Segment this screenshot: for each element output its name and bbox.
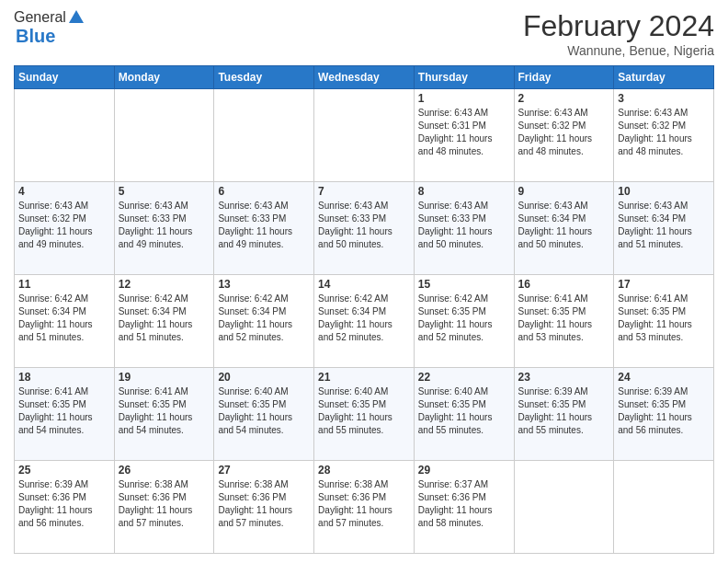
day-info: Sunrise: 6:41 AM Sunset: 6:35 PM Dayligh… (18, 385, 110, 437)
calendar-cell (614, 461, 714, 554)
day-number: 17 (618, 278, 710, 291)
day-number: 21 (318, 371, 410, 384)
calendar-cell: 16Sunrise: 6:41 AM Sunset: 6:35 PM Dayli… (514, 275, 614, 368)
day-info: Sunrise: 6:43 AM Sunset: 6:33 PM Dayligh… (119, 200, 210, 251)
day-number: 18 (18, 371, 110, 384)
subtitle: Wannune, Benue, Nigeria (523, 43, 714, 58)
day-info: Sunrise: 6:41 AM Sunset: 6:35 PM Dayligh… (119, 385, 210, 437)
calendar-cell: 17Sunrise: 6:41 AM Sunset: 6:35 PM Dayli… (614, 275, 714, 368)
calendar-body: 1Sunrise: 6:43 AM Sunset: 6:31 PM Daylig… (15, 89, 714, 554)
day-number: 20 (218, 371, 310, 384)
day-info: Sunrise: 6:43 AM Sunset: 6:34 PM Dayligh… (518, 200, 610, 251)
day-number: 25 (18, 464, 110, 477)
calendar-cell (314, 89, 415, 182)
calendar-cell: 26Sunrise: 6:38 AM Sunset: 6:36 PM Dayli… (114, 461, 214, 554)
calendar-cell: 2Sunrise: 6:43 AM Sunset: 6:32 PM Daylig… (514, 89, 614, 182)
day-number: 29 (418, 464, 510, 477)
day-info: Sunrise: 6:42 AM Sunset: 6:34 PM Dayligh… (318, 293, 410, 344)
day-info: Sunrise: 6:40 AM Sunset: 6:35 PM Dayligh… (218, 385, 310, 437)
day-number: 16 (518, 278, 610, 291)
calendar-header-cell: Thursday (414, 66, 514, 89)
day-info: Sunrise: 6:43 AM Sunset: 6:32 PM Dayligh… (618, 107, 710, 158)
calendar-cell: 7Sunrise: 6:43 AM Sunset: 6:33 PM Daylig… (314, 182, 415, 275)
day-info: Sunrise: 6:39 AM Sunset: 6:35 PM Dayligh… (618, 385, 710, 437)
calendar-cell: 11Sunrise: 6:42 AM Sunset: 6:34 PM Dayli… (15, 275, 115, 368)
calendar-cell: 21Sunrise: 6:40 AM Sunset: 6:35 PM Dayli… (314, 368, 415, 461)
title-section: February 2024 Wannune, Benue, Nigeria (523, 9, 714, 58)
calendar-cell (514, 461, 614, 554)
calendar-week-row: 25Sunrise: 6:39 AM Sunset: 6:36 PM Dayli… (15, 461, 714, 554)
day-number: 10 (618, 185, 710, 198)
day-info: Sunrise: 6:43 AM Sunset: 6:33 PM Dayligh… (418, 200, 510, 251)
logo: General Blue (14, 9, 85, 47)
calendar-week-row: 11Sunrise: 6:42 AM Sunset: 6:34 PM Dayli… (15, 275, 714, 368)
page: General Blue February 2024 Wannune, Benu… (0, 0, 728, 563)
day-info: Sunrise: 6:38 AM Sunset: 6:36 PM Dayligh… (119, 478, 210, 530)
header: General Blue February 2024 Wannune, Benu… (14, 9, 714, 58)
day-info: Sunrise: 6:38 AM Sunset: 6:36 PM Dayligh… (218, 478, 310, 530)
day-info: Sunrise: 6:38 AM Sunset: 6:36 PM Dayligh… (318, 478, 410, 530)
calendar-cell: 27Sunrise: 6:38 AM Sunset: 6:36 PM Dayli… (214, 461, 314, 554)
day-number: 23 (518, 371, 610, 384)
calendar-header-row: SundayMondayTuesdayWednesdayThursdayFrid… (15, 66, 714, 89)
calendar-header-cell: Wednesday (314, 66, 415, 89)
calendar-cell (114, 89, 214, 182)
day-info: Sunrise: 6:37 AM Sunset: 6:36 PM Dayligh… (418, 478, 510, 530)
calendar-cell: 6Sunrise: 6:43 AM Sunset: 6:33 PM Daylig… (214, 182, 314, 275)
day-info: Sunrise: 6:40 AM Sunset: 6:35 PM Dayligh… (418, 385, 510, 437)
calendar-cell: 19Sunrise: 6:41 AM Sunset: 6:35 PM Dayli… (114, 368, 214, 461)
day-number: 26 (119, 464, 210, 477)
day-number: 7 (318, 185, 410, 198)
calendar-header-cell: Saturday (614, 66, 714, 89)
calendar-cell: 8Sunrise: 6:43 AM Sunset: 6:33 PM Daylig… (414, 182, 514, 275)
day-info: Sunrise: 6:42 AM Sunset: 6:34 PM Dayligh… (18, 293, 110, 344)
calendar-cell: 14Sunrise: 6:42 AM Sunset: 6:34 PM Dayli… (314, 275, 415, 368)
day-info: Sunrise: 6:43 AM Sunset: 6:34 PM Dayligh… (618, 200, 710, 251)
calendar-cell: 28Sunrise: 6:38 AM Sunset: 6:36 PM Dayli… (314, 461, 415, 554)
day-number: 22 (418, 371, 510, 384)
day-number: 2 (518, 92, 610, 105)
logo-general-text: General (14, 9, 66, 26)
day-number: 27 (218, 464, 310, 477)
day-info: Sunrise: 6:43 AM Sunset: 6:32 PM Dayligh… (518, 107, 610, 158)
calendar-cell: 9Sunrise: 6:43 AM Sunset: 6:34 PM Daylig… (514, 182, 614, 275)
day-info: Sunrise: 6:43 AM Sunset: 6:33 PM Dayligh… (218, 200, 310, 251)
calendar-cell: 13Sunrise: 6:42 AM Sunset: 6:34 PM Dayli… (214, 275, 314, 368)
day-info: Sunrise: 6:40 AM Sunset: 6:35 PM Dayligh… (318, 385, 410, 437)
calendar-header-cell: Tuesday (214, 66, 314, 89)
svg-marker-0 (69, 10, 84, 23)
day-number: 13 (218, 278, 310, 291)
day-info: Sunrise: 6:41 AM Sunset: 6:35 PM Dayligh… (518, 293, 610, 344)
calendar-cell: 4Sunrise: 6:43 AM Sunset: 6:32 PM Daylig… (15, 182, 115, 275)
day-number: 8 (418, 185, 510, 198)
calendar-header: SundayMondayTuesdayWednesdayThursdayFrid… (15, 66, 714, 89)
day-info: Sunrise: 6:42 AM Sunset: 6:34 PM Dayligh… (218, 293, 310, 344)
calendar-cell: 3Sunrise: 6:43 AM Sunset: 6:32 PM Daylig… (614, 89, 714, 182)
calendar-cell: 1Sunrise: 6:43 AM Sunset: 6:31 PM Daylig… (414, 89, 514, 182)
calendar-cell: 5Sunrise: 6:43 AM Sunset: 6:33 PM Daylig… (114, 182, 214, 275)
day-info: Sunrise: 6:41 AM Sunset: 6:35 PM Dayligh… (618, 293, 710, 344)
calendar-cell (15, 89, 115, 182)
day-number: 5 (119, 185, 210, 198)
day-info: Sunrise: 6:42 AM Sunset: 6:35 PM Dayligh… (418, 293, 510, 344)
day-info: Sunrise: 6:43 AM Sunset: 6:31 PM Dayligh… (418, 107, 510, 158)
calendar-header-cell: Friday (514, 66, 614, 89)
calendar-cell: 24Sunrise: 6:39 AM Sunset: 6:35 PM Dayli… (614, 368, 714, 461)
day-number: 14 (318, 278, 410, 291)
day-number: 9 (518, 185, 610, 198)
day-info: Sunrise: 6:42 AM Sunset: 6:34 PM Dayligh… (119, 293, 210, 344)
day-number: 24 (618, 371, 710, 384)
calendar-cell: 22Sunrise: 6:40 AM Sunset: 6:35 PM Dayli… (414, 368, 514, 461)
day-number: 28 (318, 464, 410, 477)
calendar-week-row: 18Sunrise: 6:41 AM Sunset: 6:35 PM Dayli… (15, 368, 714, 461)
calendar-table: SundayMondayTuesdayWednesdayThursdayFrid… (14, 65, 714, 554)
calendar-cell: 10Sunrise: 6:43 AM Sunset: 6:34 PM Dayli… (614, 182, 714, 275)
calendar-header-cell: Monday (114, 66, 214, 89)
calendar-header-cell: Sunday (15, 66, 115, 89)
calendar-week-row: 1Sunrise: 6:43 AM Sunset: 6:31 PM Daylig… (15, 89, 714, 182)
day-number: 6 (218, 185, 310, 198)
calendar-cell (214, 89, 314, 182)
calendar-cell: 20Sunrise: 6:40 AM Sunset: 6:35 PM Dayli… (214, 368, 314, 461)
day-number: 4 (18, 185, 110, 198)
logo-triangle-icon (68, 9, 85, 26)
